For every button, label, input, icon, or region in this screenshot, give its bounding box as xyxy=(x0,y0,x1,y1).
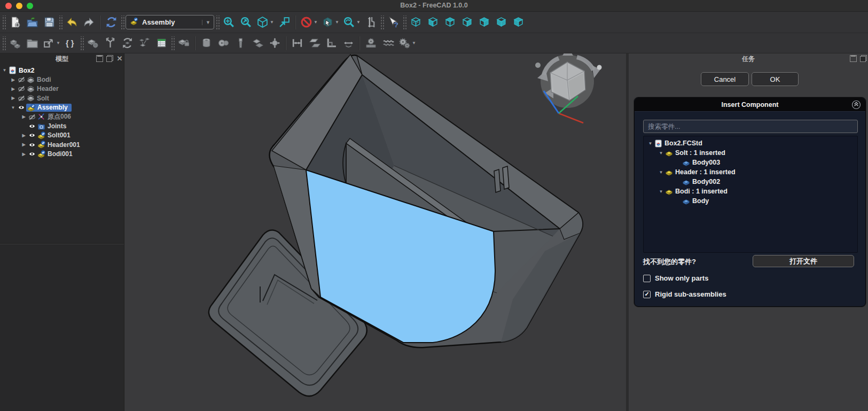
clipping-button[interactable]: ▼ xyxy=(299,14,319,30)
view-front-button[interactable] xyxy=(425,14,441,30)
zoom-selection-button[interactable] xyxy=(238,14,254,30)
search-parts-input[interactable] xyxy=(643,120,858,133)
model-tree-item-solt001[interactable]: ▶Solt001 xyxy=(0,131,124,140)
joint-belt-button[interactable] xyxy=(380,35,396,51)
collapse-section-icon[interactable] xyxy=(851,100,861,110)
expander-closed-icon[interactable]: ▶ xyxy=(10,77,17,82)
joint-gears-button[interactable]: ▼ xyxy=(397,35,417,51)
eye-icon[interactable] xyxy=(27,150,37,158)
joint-distance-button[interactable] xyxy=(289,35,305,51)
refresh-button[interactable] xyxy=(103,14,119,30)
open-file-button[interactable]: 打开文件 xyxy=(753,255,854,267)
component-tree-item-box2-fcstd[interactable]: ▼Box2.FCStd xyxy=(644,138,857,148)
create-joint-fixed-button[interactable] xyxy=(176,35,192,51)
exploded-view-button[interactable] xyxy=(136,35,152,51)
view-axonometric-button[interactable] xyxy=(408,14,424,30)
expander-closed-icon[interactable]: ▶ xyxy=(20,142,27,147)
cancel-button[interactable]: Cancel xyxy=(701,72,749,86)
expander-open-icon[interactable]: ▼ xyxy=(658,189,664,194)
whats-this-button[interactable]: ? xyxy=(385,14,401,30)
task-panel-minimize-icon[interactable] xyxy=(850,55,857,62)
eye-off-icon[interactable] xyxy=(17,85,26,92)
update-assembly-button[interactable] xyxy=(119,35,135,51)
expander-open-icon[interactable]: ▼ xyxy=(658,151,664,156)
view-top-button[interactable] xyxy=(442,14,458,30)
bill-of-materials-button[interactable] xyxy=(153,35,169,51)
panel-float-icon[interactable] xyxy=(106,55,113,62)
toolbar-drag-handle[interactable] xyxy=(402,15,406,29)
toolbar-drag-handle[interactable] xyxy=(2,15,6,29)
eye-icon[interactable] xyxy=(27,122,37,130)
toolbar-drag-handle[interactable] xyxy=(120,15,124,29)
select-view-button[interactable]: ▼ xyxy=(320,14,340,30)
joint-rack-pinion-button[interactable] xyxy=(363,35,379,51)
view-left-button[interactable] xyxy=(510,14,526,30)
measure-button[interactable] xyxy=(363,14,379,30)
zoom-fit-all-button[interactable] xyxy=(221,14,237,30)
eye-icon[interactable] xyxy=(27,141,37,149)
eye-off-icon[interactable] xyxy=(17,95,26,102)
undo-button[interactable] xyxy=(64,14,80,30)
component-tree-item-bodi-1-inserted[interactable]: ▼Bodi : 1 inserted xyxy=(644,187,857,196)
expander-open-icon[interactable]: ▼ xyxy=(658,170,664,175)
model-tree-item-solt[interactable]: ▶Solt xyxy=(0,94,124,103)
component-tree-item-body003[interactable]: Body003 xyxy=(644,158,857,167)
joint-parallel-button[interactable] xyxy=(306,35,322,51)
checkbox-row-rigid-sub-assemblies[interactable]: ✓ Rigid sub-assemblies xyxy=(643,290,726,298)
model-tree-item--006[interactable]: ▶原点006 xyxy=(0,112,124,121)
expander-closed-icon[interactable]: ▶ xyxy=(20,114,27,119)
new-group-button[interactable] xyxy=(24,35,40,51)
task-panel-float-icon[interactable] xyxy=(860,55,867,62)
solve-assembly-button[interactable] xyxy=(102,35,118,51)
joint-perpendicular-button[interactable] xyxy=(323,35,339,51)
3d-scene[interactable] xyxy=(124,53,626,411)
toolbar-drag-handle[interactable] xyxy=(380,15,384,29)
draw-style-button[interactable]: ▼ xyxy=(255,14,275,30)
view-sync-button[interactable] xyxy=(276,14,292,30)
joint-angle-button[interactable] xyxy=(340,35,356,51)
component-tree-item-body002[interactable]: Body002 xyxy=(644,177,857,187)
expander-open-icon[interactable]: ▼ xyxy=(10,105,17,110)
eye-off-icon[interactable] xyxy=(17,76,26,83)
toolbar-drag-handle[interactable] xyxy=(58,15,62,29)
new-file-button[interactable] xyxy=(7,14,23,30)
model-tree-item-header[interactable]: ▶Header xyxy=(0,84,124,94)
expander-open-icon[interactable]: ▼ xyxy=(647,141,654,146)
joint-ball-button[interactable] xyxy=(267,35,283,51)
open-file-button[interactable] xyxy=(24,14,40,30)
create-assembly-button[interactable] xyxy=(7,35,23,51)
joint-planar-button[interactable] xyxy=(249,35,265,51)
model-tree-item-header001[interactable]: ▶Header001 xyxy=(0,140,124,149)
toolbar-drag-handle[interactable] xyxy=(215,15,220,29)
joint-cylindrical-button[interactable] xyxy=(198,35,214,51)
redo-button[interactable] xyxy=(81,14,97,30)
toolbar-drag-handle[interactable] xyxy=(2,36,6,50)
component-tree-item-header-1-inserted[interactable]: ▼Header : 1 inserted xyxy=(644,167,857,177)
toolbar-drag-handle[interactable] xyxy=(80,36,84,50)
toolbar-drag-handle[interactable] xyxy=(170,36,175,50)
view-rear-button[interactable] xyxy=(476,14,492,30)
expander-closed-icon[interactable]: ▶ xyxy=(10,96,17,100)
model-tree-item-joints[interactable]: Joints xyxy=(0,121,124,130)
insert-component-button[interactable] xyxy=(85,35,101,51)
checkbox-checked-icon[interactable]: ✓ xyxy=(643,291,651,298)
ok-button[interactable]: OK xyxy=(752,72,799,86)
workbench-selector[interactable]: Assembly ▼ xyxy=(126,15,214,29)
eye-off-icon[interactable] xyxy=(27,113,37,121)
expander-open-icon[interactable]: ▼ xyxy=(1,68,8,73)
component-tree-item-body[interactable]: Body xyxy=(644,196,857,206)
joint-screw-button[interactable] xyxy=(232,35,248,51)
export-link-button[interactable]: ▼ xyxy=(41,35,61,51)
view-right-button[interactable] xyxy=(459,14,475,30)
zoom-tool-button[interactable]: ▼ xyxy=(341,14,362,30)
navigation-cube[interactable] xyxy=(535,53,602,123)
panel-divider[interactable] xyxy=(0,243,124,244)
panel-close-icon[interactable]: ✕ xyxy=(116,55,123,62)
3d-viewport[interactable] xyxy=(124,53,626,411)
model-tree-item-bodi001[interactable]: ▶Bodi001 xyxy=(0,150,124,159)
panel-minimize-icon[interactable] xyxy=(96,55,103,62)
model-tree-item-assembly[interactable]: ▼Assembly xyxy=(0,103,124,112)
checkbox-row-show-only-parts[interactable]: Show only parts xyxy=(643,274,708,282)
view-bottom-button[interactable] xyxy=(493,14,509,30)
model-tree-item-bodi[interactable]: ▶Bodi xyxy=(0,75,124,84)
